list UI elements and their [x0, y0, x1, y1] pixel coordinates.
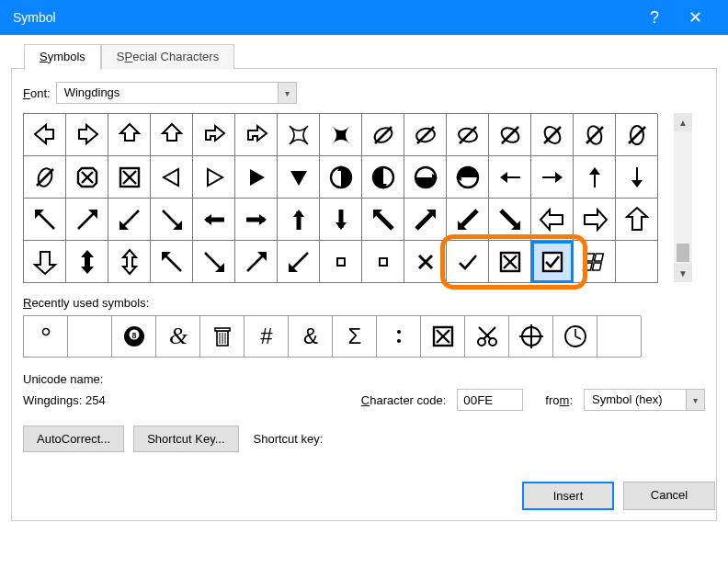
- recent-symbol-cell[interactable]: 8: [112, 316, 156, 357]
- symbol-cell[interactable]: [574, 199, 616, 241]
- scroll-up-button[interactable]: ▲: [674, 113, 692, 131]
- symbol-cell[interactable]: [235, 199, 278, 241]
- symbol-cell[interactable]: [404, 241, 447, 283]
- symbol-cell[interactable]: [24, 114, 66, 156]
- autocorrect-button[interactable]: AutoCorrect...: [23, 426, 124, 452]
- symbol-cell[interactable]: [278, 241, 320, 283]
- symbol-cell[interactable]: [404, 114, 447, 156]
- svg-line-72: [165, 255, 181, 271]
- symbol-cell[interactable]: [108, 199, 151, 241]
- symbol-cell[interactable]: [151, 156, 193, 199]
- recent-symbol-cell[interactable]: [377, 316, 421, 357]
- symbol-cell[interactable]: [489, 114, 531, 156]
- symbol-cell[interactable]: [66, 114, 108, 156]
- symbol-cell[interactable]: [24, 199, 66, 241]
- symbol-cell[interactable]: [362, 241, 404, 283]
- symbol-cell[interactable]: [193, 156, 235, 199]
- symbol-cell[interactable]: [616, 241, 658, 283]
- recent-symbol-cell[interactable]: [465, 316, 509, 357]
- shortcut-key-button[interactable]: Shortcut Key...: [133, 426, 238, 452]
- symbol-cell[interactable]: [108, 114, 151, 156]
- svg-marker-39: [589, 167, 600, 175]
- symbol-cell[interactable]: [531, 156, 574, 199]
- recent-symbol-cell[interactable]: #: [245, 316, 289, 357]
- symbol-cell[interactable]: [320, 156, 362, 199]
- recent-symbol-cell[interactable]: [24, 316, 68, 357]
- tab-symbols[interactable]: Symbols: [24, 44, 101, 70]
- symbol-cell[interactable]: [193, 241, 235, 283]
- symbol-cell[interactable]: [66, 241, 108, 283]
- recent-symbol-cell[interactable]: Σ: [333, 316, 377, 357]
- symbol-cell[interactable]: [193, 199, 235, 241]
- symbol-cell[interactable]: [531, 199, 574, 241]
- symbol-cell[interactable]: [278, 114, 320, 156]
- symbol-cell[interactable]: [616, 199, 658, 241]
- symbol-cell[interactable]: [574, 241, 616, 283]
- symbol-cell[interactable]: [362, 114, 404, 156]
- recent-symbol-cell[interactable]: [68, 316, 112, 357]
- symbol-cell[interactable]: [235, 114, 278, 156]
- symbol-cell[interactable]: [278, 156, 320, 199]
- font-dropdown-button[interactable]: ▾: [278, 83, 296, 103]
- symbol-cell[interactable]: [531, 114, 574, 156]
- symbol-cell[interactable]: [404, 156, 447, 199]
- symbol-cell[interactable]: [151, 241, 193, 283]
- symbol-cell[interactable]: [531, 241, 574, 283]
- symbol-cell[interactable]: [404, 199, 447, 241]
- symbol-cell[interactable]: [66, 199, 108, 241]
- svg-line-46: [122, 210, 139, 227]
- symbol-cell[interactable]: [447, 241, 489, 283]
- scroll-down-button[interactable]: ▼: [674, 264, 692, 282]
- svg-marker-55: [293, 210, 304, 217]
- symbol-cell[interactable]: [320, 199, 362, 241]
- symbol-cell[interactable]: [362, 156, 404, 199]
- symbol-cell[interactable]: [574, 156, 616, 199]
- symbol-cell[interactable]: [447, 114, 489, 156]
- symbol-cell[interactable]: [574, 114, 616, 156]
- symbol-cell[interactable]: [489, 199, 531, 241]
- symbol-cell[interactable]: [616, 156, 658, 199]
- recent-grid[interactable]: 8&#&Σ: [23, 315, 641, 358]
- symbol-cell[interactable]: [616, 114, 658, 156]
- from-dropdown-button[interactable]: ▾: [686, 390, 704, 410]
- symbol-cell[interactable]: [320, 241, 362, 283]
- symbol-cell[interactable]: [278, 199, 320, 241]
- charcode-input[interactable]: [457, 389, 523, 411]
- symbol-cell[interactable]: [362, 199, 404, 241]
- symbol-cell[interactable]: [193, 114, 235, 156]
- font-value[interactable]: Wingdings: [57, 83, 278, 103]
- scroll-thumb[interactable]: [677, 244, 689, 262]
- recent-symbol-cell[interactable]: [421, 316, 465, 357]
- symbol-cell[interactable]: [24, 241, 66, 283]
- svg-marker-69: [35, 252, 55, 274]
- symbol-cell[interactable]: [108, 241, 151, 283]
- help-button[interactable]: ?: [634, 0, 675, 35]
- symbol-cell[interactable]: [24, 156, 66, 199]
- scroll-track[interactable]: [674, 131, 692, 264]
- svg-marker-22: [164, 169, 178, 186]
- symbol-grid[interactable]: [23, 113, 657, 283]
- tab-special-characters[interactable]: SPecial Characters: [101, 44, 234, 69]
- recent-symbol-cell[interactable]: [553, 316, 597, 357]
- symbol-cell[interactable]: [320, 114, 362, 156]
- symbol-cell[interactable]: [489, 241, 531, 283]
- font-dropdown[interactable]: Wingdings ▾: [56, 82, 297, 104]
- symbol-cell[interactable]: [235, 156, 278, 199]
- from-dropdown[interactable]: Symbol (hex) ▾: [584, 389, 705, 411]
- symbol-cell[interactable]: [108, 156, 151, 199]
- close-button[interactable]: ✕: [675, 0, 715, 35]
- recent-symbol-cell[interactable]: [509, 316, 553, 357]
- symbol-cell[interactable]: [447, 199, 489, 241]
- symbol-scrollbar[interactable]: ▲ ▼: [674, 113, 692, 282]
- symbol-cell[interactable]: [235, 241, 278, 283]
- recent-symbol-cell[interactable]: &: [156, 316, 200, 357]
- symbol-cell[interactable]: [151, 114, 193, 156]
- recent-symbol-cell[interactable]: &: [289, 316, 333, 357]
- symbol-cell[interactable]: [489, 156, 531, 199]
- symbol-cell[interactable]: [66, 156, 108, 199]
- recent-symbol-cell[interactable]: [597, 316, 642, 357]
- from-value[interactable]: Symbol (hex): [585, 390, 686, 410]
- recent-symbol-cell[interactable]: [200, 316, 245, 357]
- symbol-cell[interactable]: [151, 199, 193, 241]
- symbol-cell[interactable]: [447, 156, 489, 199]
